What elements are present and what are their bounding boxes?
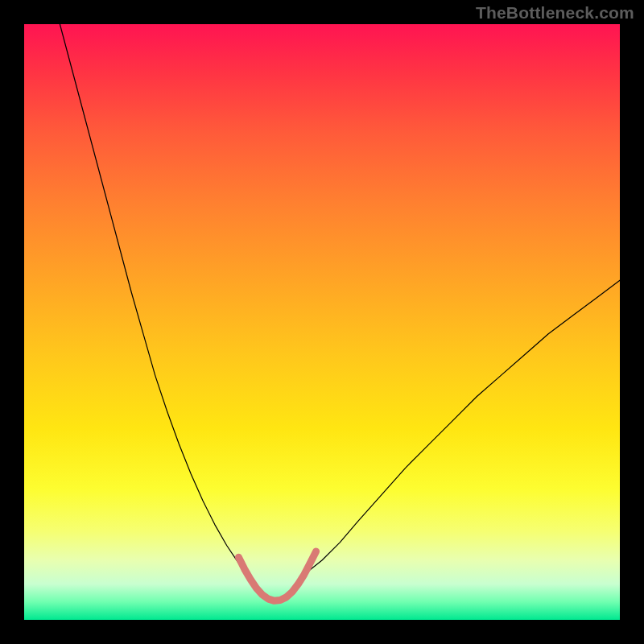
series-valley-highlight — [238, 551, 316, 601]
watermark-text: TheBottleneck.com — [476, 3, 634, 23]
series-right-curve — [308, 280, 621, 572]
series-left-curve — [60, 24, 247, 572]
plot-svg — [24, 24, 620, 620]
chart-frame: TheBottleneck.com — [0, 0, 644, 644]
plot-area — [24, 24, 620, 620]
